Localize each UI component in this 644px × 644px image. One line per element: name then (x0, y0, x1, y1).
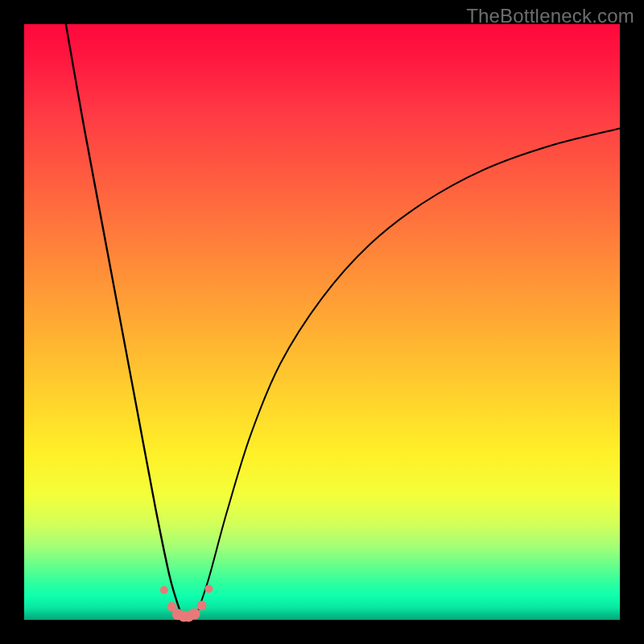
plot-area (24, 24, 620, 620)
outer-frame: TheBottleneck.com (0, 0, 644, 644)
attribution-watermark: TheBottleneck.com (466, 5, 634, 27)
bottleneck-curve (66, 24, 620, 617)
curve-right-branch (197, 129, 620, 614)
curve-layer (24, 24, 620, 620)
curve-left-branch (66, 24, 182, 617)
trough-marker (160, 586, 168, 594)
trough-marker (197, 601, 207, 610)
trough-marker (189, 609, 200, 620)
trough-marker (204, 585, 213, 593)
